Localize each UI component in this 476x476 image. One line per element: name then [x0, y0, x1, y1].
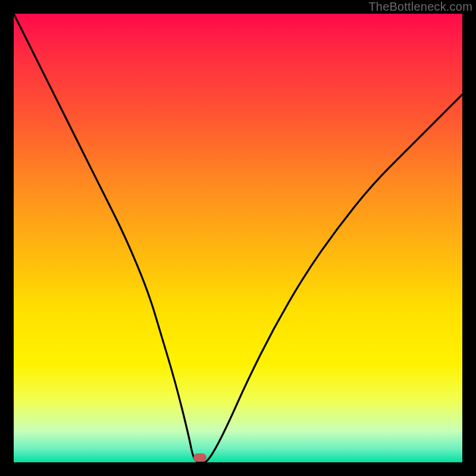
- bottleneck-curve: [14, 14, 462, 462]
- plot-area: [14, 14, 462, 462]
- watermark-text: TheBottleneck.com: [368, 0, 472, 14]
- chart-frame: TheBottleneck.com: [0, 0, 476, 476]
- optimal-marker: [193, 453, 206, 462]
